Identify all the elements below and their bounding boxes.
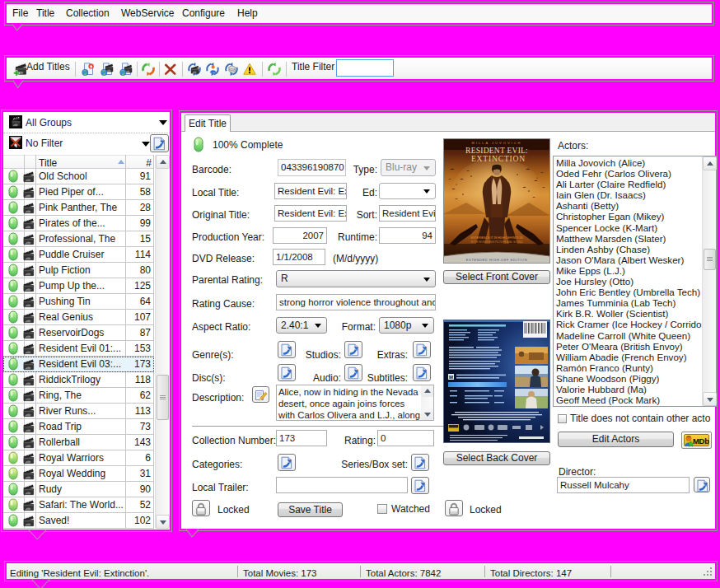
svg-text:M: M	[449, 375, 453, 380]
svg-text:MILLA JOVOVICH: MILLA JOVOVICH	[472, 141, 522, 145]
svg-text:EXTENDED HIGH-DEF EDITION: EXTENDED HIGH-DEF EDITION	[466, 258, 528, 262]
svg-text:WITH INCREDIBLE PICTURE AND SO: WITH INCREDIBLE PICTURE AND SOUND	[471, 240, 524, 244]
svg-text:RESIDENT EVIL:: RESIDENT EVIL:	[465, 146, 528, 155]
svg-text:EXPERIENCE IT IN HIGH DEFINITI: EXPERIENCE IT IN HIGH DEFINITION	[470, 236, 523, 240]
